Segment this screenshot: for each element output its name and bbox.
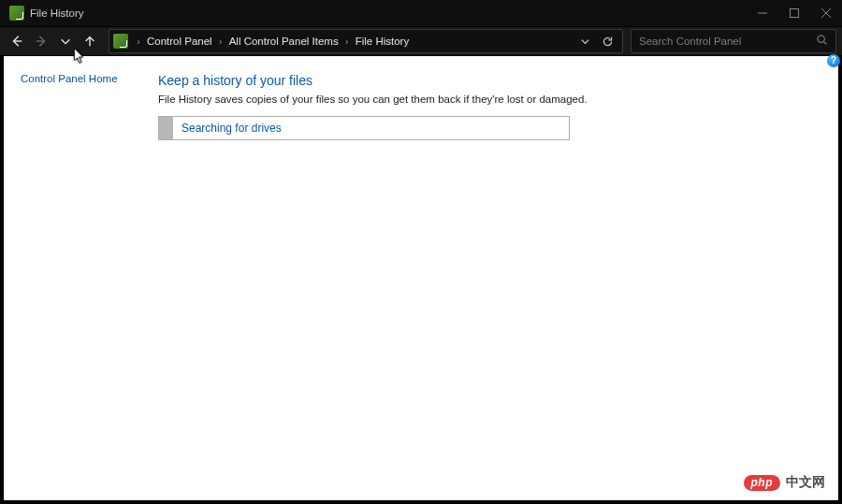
- title-bar: File History: [0, 0, 842, 26]
- help-badge[interactable]: ?: [827, 54, 840, 67]
- svg-rect-1: [791, 9, 799, 18]
- breadcrumb-item[interactable]: All Control Panel Items: [225, 36, 342, 47]
- watermark: php 中文网: [744, 474, 826, 491]
- close-button[interactable]: [810, 0, 842, 26]
- svg-line-7: [824, 42, 827, 45]
- sidebar: Control Panel Home: [4, 56, 158, 500]
- watermark-pill: php: [744, 475, 781, 491]
- status-text: Searching for drives: [181, 122, 282, 135]
- window-controls: [747, 0, 842, 26]
- search-input[interactable]: [639, 36, 816, 47]
- minimize-button[interactable]: [747, 0, 778, 26]
- search-icon[interactable]: [816, 33, 828, 50]
- chevron-right-icon: ›: [216, 36, 225, 47]
- history-dropdown-button[interactable]: [573, 31, 596, 51]
- watermark-text: 中文网: [786, 474, 825, 491]
- control-panel-home-link[interactable]: Control Panel Home: [21, 73, 158, 84]
- nav-bar: › Control Panel › All Control Panel Item…: [0, 26, 842, 56]
- progress-indicator: [159, 117, 173, 139]
- window-title: File History: [30, 7, 84, 19]
- chevron-right-icon: ›: [342, 36, 352, 47]
- page-description: File History saves copies of your files …: [158, 94, 838, 105]
- breadcrumb-item[interactable]: File History: [352, 36, 414, 47]
- page-heading: Keep a history of your files: [158, 73, 838, 88]
- main-pane: Keep a history of your files File Histor…: [158, 56, 838, 500]
- svg-point-6: [818, 36, 824, 42]
- back-button[interactable]: [6, 30, 28, 52]
- content-area: ? Control Panel Home Keep a history of y…: [4, 56, 838, 500]
- maximize-button[interactable]: [778, 0, 810, 26]
- forward-button[interactable]: [30, 30, 52, 52]
- address-bar[interactable]: › Control Panel › All Control Panel Item…: [109, 29, 623, 53]
- refresh-button[interactable]: [596, 31, 618, 51]
- status-box: Searching for drives: [158, 116, 570, 140]
- breadcrumb-item[interactable]: Control Panel: [143, 36, 216, 47]
- up-button[interactable]: [79, 30, 101, 52]
- location-icon: [113, 34, 128, 49]
- app-icon: [9, 6, 24, 21]
- chevron-right-icon: ›: [134, 36, 143, 47]
- recent-locations-button[interactable]: [54, 30, 77, 52]
- search-box[interactable]: [631, 29, 836, 53]
